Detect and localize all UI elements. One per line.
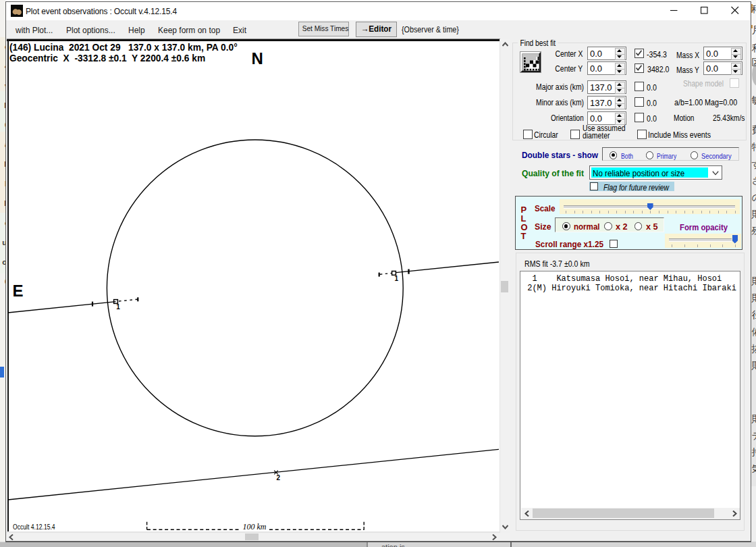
svg-text:2: 2 [277, 474, 281, 481]
svg-text:100 km: 100 km [243, 522, 267, 531]
svg-text:1: 1 [116, 303, 120, 311]
svg-text:1: 1 [395, 275, 399, 282]
